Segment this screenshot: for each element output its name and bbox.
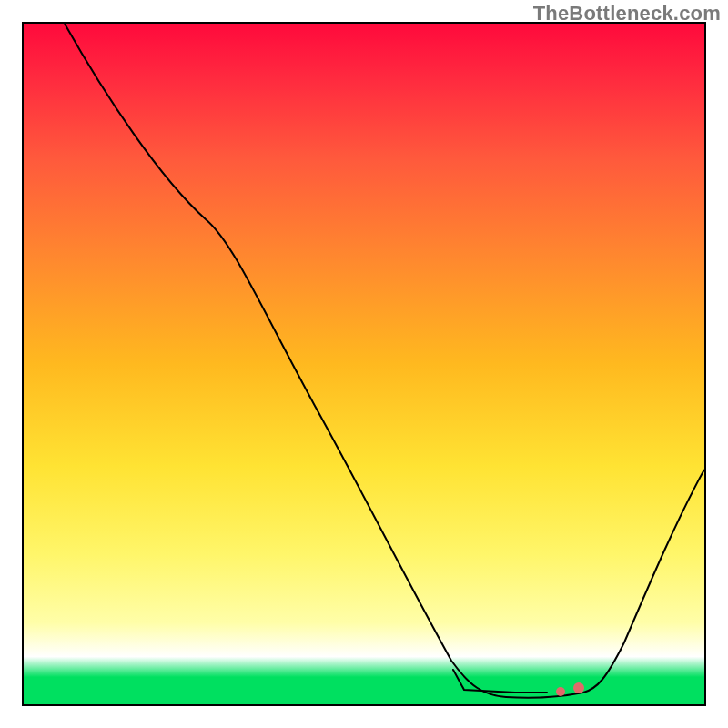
plot-area <box>24 24 704 704</box>
optimal-region-dot-2 <box>573 682 584 693</box>
chart-svg <box>24 24 704 704</box>
watermark-text: TheBottleneck.com <box>533 2 721 25</box>
optimal-region-marker <box>453 670 547 693</box>
bottleneck-curve <box>65 24 704 698</box>
optimal-region-dot-1 <box>556 687 565 696</box>
